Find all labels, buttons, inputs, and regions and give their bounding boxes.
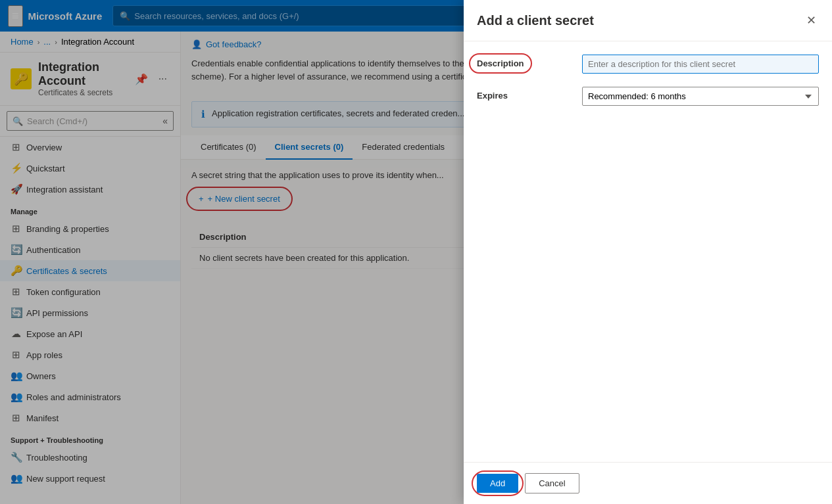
description-input[interactable] (582, 55, 819, 74)
cancel-button[interactable]: Cancel (525, 473, 579, 493)
description-field: Description (477, 55, 819, 74)
panel-header: Add a client secret ✕ (464, 0, 832, 41)
expires-field: Expires Recommended: 6 months 12 months … (477, 87, 819, 106)
expires-select[interactable]: Recommended: 6 months 12 months 18 month… (582, 87, 819, 106)
description-label-wrapper: Description (477, 55, 569, 68)
panel-footer: Add Cancel (464, 462, 832, 504)
panel-close-button[interactable]: ✕ (804, 11, 819, 30)
panel-title: Add a client secret (477, 13, 594, 28)
add-client-secret-panel: Add a client secret ✕ Description Expire… (464, 0, 832, 504)
expires-input-wrapper: Recommended: 6 months 12 months 18 month… (582, 87, 819, 106)
description-label: Description (477, 58, 524, 68)
expires-label: Expires (477, 87, 569, 101)
description-input-wrapper (582, 55, 819, 74)
add-button[interactable]: Add (477, 474, 518, 493)
panel-body: Description Expires Recommended: 6 month… (464, 41, 832, 462)
